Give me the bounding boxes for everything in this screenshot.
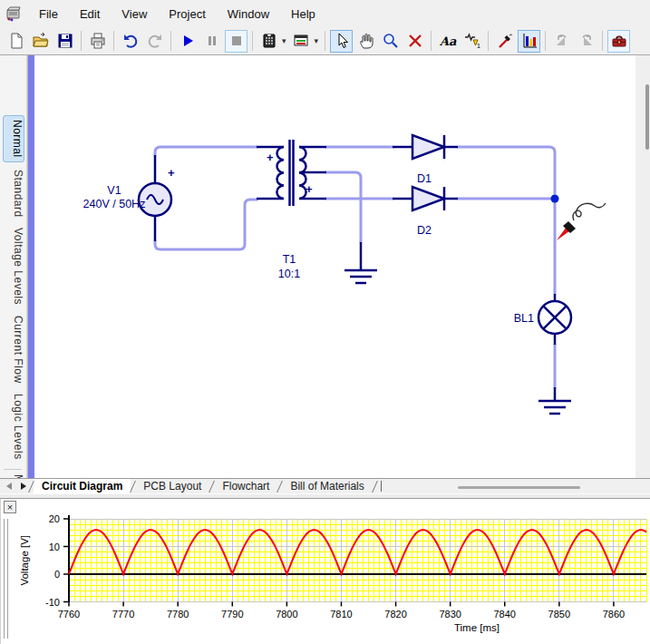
component-d2-diode[interactable]: D2 xyxy=(393,187,458,237)
tab-circuit-diagram[interactable]: Circuit Diagram xyxy=(34,479,131,493)
menu-window[interactable]: Window xyxy=(217,4,280,24)
component-v1-ac-source[interactable]: + V1 240V / 50Hz xyxy=(83,155,175,241)
toolbar-separator xyxy=(325,31,325,51)
sidebar-tab-logic-levels[interactable]: Logic Levels xyxy=(3,391,24,462)
sidebar-tab-voltage-levels[interactable]: Voltage Levels xyxy=(3,226,24,307)
print-button[interactable] xyxy=(86,30,109,53)
svg-text:7830: 7830 xyxy=(439,609,461,620)
t1-primary-coil xyxy=(276,147,284,199)
pause-button[interactable] xyxy=(200,30,223,53)
main-area: Normal Standard Voltage Levels Current F… xyxy=(0,55,650,478)
svg-text:7770: 7770 xyxy=(112,609,134,620)
magnifier-icon xyxy=(382,32,400,50)
menu-file[interactable]: File xyxy=(28,4,69,24)
tab-scroll-left-icon xyxy=(6,483,12,490)
select-pointer-button[interactable] xyxy=(330,30,353,53)
rotate-right-icon xyxy=(577,32,596,50)
rotate-left-icon xyxy=(553,32,571,50)
app-icon xyxy=(5,5,23,23)
rotate-right-button[interactable] xyxy=(575,30,597,53)
hand-icon xyxy=(357,32,375,50)
component-t1-transformer[interactable]: + + T1 10:1 xyxy=(257,140,326,280)
menu-edit[interactable]: Edit xyxy=(69,4,111,24)
canvas-left-scrollbar[interactable] xyxy=(27,55,34,478)
tab-bill-of-materials[interactable]: Bill of Materials xyxy=(282,479,372,493)
menu-help[interactable]: Help xyxy=(280,4,326,24)
sidebar-tab-standard[interactable]: Standard xyxy=(3,166,24,220)
svg-text:7780: 7780 xyxy=(167,609,189,620)
new-file-button[interactable] xyxy=(5,30,27,53)
svg-text:Voltage [V]: Voltage [V] xyxy=(19,535,30,586)
tab-scroll-right-button[interactable] xyxy=(17,481,29,493)
oscilloscope-probe[interactable] xyxy=(557,203,606,240)
pause-icon xyxy=(203,32,221,50)
toolbar-separator xyxy=(431,31,432,51)
menu-view[interactable]: View xyxy=(111,4,158,24)
pan-button[interactable] xyxy=(354,30,377,53)
graph-button[interactable] xyxy=(518,30,540,53)
svg-text:-10: -10 xyxy=(45,597,60,608)
circuit-wires[interactable] xyxy=(155,147,555,387)
open-file-button[interactable] xyxy=(29,30,52,53)
zoom-button[interactable] xyxy=(379,30,402,53)
text-tool-button[interactable]: Aa xyxy=(436,30,459,53)
tab-pcb-layout[interactable]: PCB Layout xyxy=(135,479,209,493)
virtual-instruments-button[interactable] xyxy=(290,30,313,53)
wire-junction-dot xyxy=(551,195,559,203)
delete-button[interactable] xyxy=(403,30,426,53)
component-d1-diode[interactable]: D1 xyxy=(393,135,458,185)
t1-primary-plus-mark: + xyxy=(267,151,274,164)
svg-text:7810: 7810 xyxy=(330,609,352,620)
integrated-circuits-button[interactable] xyxy=(257,30,280,53)
stop-button[interactable] xyxy=(225,30,247,53)
svg-text:Time [ms]: Time [ms] xyxy=(454,622,500,633)
canvas-vertical-scrollbar[interactable] xyxy=(635,55,650,478)
schematic-canvas[interactable]: + V1 240V / 50Hz + + T1 xyxy=(34,55,635,478)
v1-plus-mark: + xyxy=(168,166,175,180)
toolbox-button[interactable] xyxy=(607,30,630,53)
graph-panel-grip[interactable] xyxy=(4,519,8,639)
tab-flowchart[interactable]: Flowchart xyxy=(214,479,277,493)
ground-symbol-load[interactable] xyxy=(538,387,571,414)
insert-symbol-button[interactable]: 1 xyxy=(461,30,483,53)
redo-button[interactable] xyxy=(143,30,166,53)
tab-divider xyxy=(372,481,378,493)
svg-text:0: 0 xyxy=(54,569,60,580)
menu-bar: File Edit View Project Window Help xyxy=(0,0,650,27)
component-bl1-lamp[interactable]: BL1 xyxy=(514,294,571,345)
sheet-tab-bar: Circuit Diagram PCB Layout Flowchart Bil… xyxy=(0,478,650,493)
d2-ref-label: D2 xyxy=(417,224,432,237)
vertical-scrollbar-thumb[interactable] xyxy=(645,84,649,150)
save-button[interactable] xyxy=(53,30,76,53)
toolbar-separator xyxy=(545,31,546,51)
circuit-drawing: + V1 240V / 50Hz + + T1 xyxy=(34,55,635,478)
toolbox-icon xyxy=(610,32,628,50)
oscilloscope-graph-panel: -100102077607770778077907800781078207830… xyxy=(0,499,650,644)
svg-text:7850: 7850 xyxy=(548,609,570,620)
toolbar-separator xyxy=(602,31,603,51)
run-button[interactable] xyxy=(176,30,199,53)
menu-project[interactable]: Project xyxy=(158,4,216,24)
toolbar-separator xyxy=(81,31,82,51)
delete-x-icon xyxy=(406,32,424,50)
horizontal-scrollbar-thumb[interactable] xyxy=(458,486,580,489)
graph-close-button[interactable]: × xyxy=(4,501,16,513)
toolbar: ▾ ▾ xyxy=(0,27,650,55)
toolbar-separator xyxy=(170,31,171,51)
insert-symbol-icon: 1 xyxy=(463,32,481,50)
t1-value-label: 10:1 xyxy=(278,268,300,280)
rotate-left-button[interactable] xyxy=(550,30,573,53)
probe-button[interactable] xyxy=(493,30,516,53)
ground-symbol-center[interactable] xyxy=(344,242,377,283)
svg-text:7760: 7760 xyxy=(58,609,80,620)
t1-secondary-plus-mark: + xyxy=(306,182,313,196)
undo-button[interactable] xyxy=(119,30,141,53)
chip-dropdown-arrow-icon[interactable]: ▾ xyxy=(282,36,286,45)
open-folder-icon xyxy=(32,32,50,50)
instruments-dropdown-arrow-icon[interactable]: ▾ xyxy=(315,36,319,45)
sidebar-tab-normal[interactable]: Normal xyxy=(3,115,24,162)
sidebar-separator xyxy=(4,469,22,470)
tab-scroll-left-button[interactable] xyxy=(3,481,15,493)
svg-text:20: 20 xyxy=(49,513,60,524)
sidebar-tab-current-flow[interactable]: Current Flow xyxy=(3,313,24,385)
